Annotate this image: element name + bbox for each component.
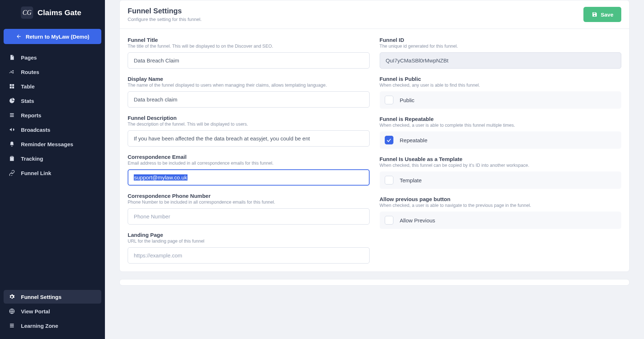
field-help: The unique id generated for this funnel.: [380, 44, 622, 49]
bell-icon: [9, 141, 15, 147]
sidebar-item-funnel-settings[interactable]: Funnel Settings: [4, 290, 101, 304]
field-template: Funnel Is Useable as a Template When che…: [380, 156, 622, 189]
save-button-label: Save: [601, 12, 613, 18]
sidebar-item-funnel-link[interactable]: Funnel Link: [4, 166, 101, 180]
sidebar-item-reports[interactable]: Reports: [4, 108, 101, 122]
sidebar-item-label: Funnel Link: [21, 170, 51, 176]
field-label: Landing Page: [128, 232, 370, 238]
sidebar-item-label: Routes: [21, 69, 39, 75]
sidebar-item-stats[interactable]: Stats: [4, 94, 101, 108]
landing-input[interactable]: [128, 247, 370, 264]
field-label: Allow previous page button: [380, 196, 622, 202]
arrow-left-icon: [16, 33, 22, 40]
return-button-label: Return to MyLaw (Demo): [26, 34, 89, 40]
display-name-input[interactable]: [128, 91, 370, 108]
field-display-name: Display Name The name of the funnel disp…: [128, 76, 370, 108]
field-landing: Landing Page URL for the landing page of…: [128, 232, 370, 264]
field-label: Correspondence Phone Number: [128, 193, 370, 199]
sidebar-item-broadcasts[interactable]: Broadcasts: [4, 123, 101, 136]
sidebar-item-label: Pages: [21, 55, 37, 61]
sidebar-item-reminder-messages[interactable]: Reminder Messages: [4, 137, 101, 151]
app-name: Claims Gate: [38, 8, 81, 17]
allow-previous-checkbox[interactable]: [385, 216, 393, 225]
field-public: Funnel is Public When checked, any user …: [380, 76, 622, 109]
field-help: The name of the funnel displayed to user…: [128, 83, 370, 88]
field-label: Funnel ID: [380, 37, 622, 43]
field-label: Correspondence Email: [128, 154, 370, 160]
return-button[interactable]: Return to MyLaw (Demo): [4, 29, 101, 44]
field-help: When checked, a user is able to complete…: [380, 123, 622, 128]
main-content: Funnel Settings Configure the setting fo…: [105, 0, 644, 339]
field-email: Correspondence Email Email address to be…: [128, 154, 370, 186]
sidebar-item-label: Stats: [21, 98, 34, 104]
sidebar-item-table[interactable]: Table: [4, 79, 101, 93]
field-label: Funnel Title: [128, 37, 370, 43]
logo-mark: CG: [21, 6, 33, 19]
bullhorn-icon: [9, 126, 15, 133]
globe-icon: [9, 308, 15, 314]
description-input[interactable]: [128, 130, 370, 147]
email-value-selected: support@mylaw.co.uk: [134, 174, 188, 181]
template-checkbox[interactable]: [385, 176, 393, 184]
field-phone: Correspondence Phone Number Phone Number…: [128, 193, 370, 225]
phone-input[interactable]: [128, 208, 370, 225]
shuffle-icon: [9, 69, 15, 75]
funnel-title-input[interactable]: [128, 52, 370, 69]
checkbox-label: Allow Previous: [400, 217, 435, 223]
next-card-top: [119, 279, 630, 286]
sidebar-item-label: Reminder Messages: [21, 141, 73, 147]
field-help: Email address to be included in all corr…: [128, 161, 370, 166]
field-help: When checked, any user is able to find t…: [380, 83, 622, 88]
sidebar-item-label: Learning Zone: [21, 323, 58, 329]
sidebar-item-label: Tracking: [21, 156, 43, 162]
list-icon: [9, 112, 15, 118]
field-help: Phone Number to be included in all corre…: [128, 200, 370, 205]
checkbox-label: Repeatable: [400, 137, 428, 143]
field-funnel-title: Funnel Title The title of the funnel. Th…: [128, 37, 370, 69]
sidebar: CG Claims Gate Return to MyLaw (Demo) Pa…: [0, 0, 105, 339]
sidebar-item-label: Table: [21, 83, 35, 90]
sidebar-item-label: View Portal: [21, 308, 50, 314]
clipboard-icon: [9, 155, 15, 162]
field-repeatable: Funnel is Repeatable When checked, a use…: [380, 116, 622, 149]
nav-main: Pages Routes Table Stats Reports Broadca…: [4, 51, 101, 180]
sidebar-item-learning-zone[interactable]: Learning Zone: [4, 319, 101, 333]
field-funnel-id: Funnel ID The unique id generated for th…: [380, 37, 622, 69]
save-button[interactable]: Save: [583, 7, 621, 22]
checkbox-label: Template: [400, 177, 422, 183]
email-input[interactable]: support@mylaw.co.uk: [128, 169, 370, 186]
sidebar-item-label: Funnel Settings: [21, 294, 62, 300]
sidebar-item-tracking[interactable]: Tracking: [4, 152, 101, 165]
sidebar-item-pages[interactable]: Pages: [4, 51, 101, 64]
grid-icon: [9, 83, 15, 90]
list-icon: [9, 322, 15, 329]
field-label: Funnel is Public: [380, 76, 622, 82]
field-help: The title of the funnel. This will be di…: [128, 44, 370, 49]
field-help: The description of the funnel. This will…: [128, 122, 370, 127]
checkbox-label: Public: [400, 97, 415, 103]
field-description: Funnel Description The description of th…: [128, 115, 370, 147]
field-previous: Allow previous page button When checked,…: [380, 196, 622, 229]
field-label: Funnel Is Useable as a Template: [380, 156, 622, 162]
public-checkbox[interactable]: [385, 96, 393, 104]
field-label: Display Name: [128, 76, 370, 82]
page-title: Funnel Settings: [128, 7, 202, 15]
gear-icon: [9, 294, 15, 300]
field-help: URL for the landing page of this funnel: [128, 239, 370, 244]
save-icon: [591, 11, 598, 18]
field-label: Funnel is Repeatable: [380, 116, 622, 122]
funnel-id-input[interactable]: [380, 52, 622, 69]
sidebar-item-label: Reports: [21, 112, 41, 118]
page-subtitle: Configure the setting for this funnel.: [128, 17, 202, 22]
app-logo: CG Claims Gate: [4, 6, 101, 25]
field-label: Funnel Description: [128, 115, 370, 121]
pie-icon: [9, 97, 15, 104]
field-help: When checked, this funnel can be copied …: [380, 163, 622, 168]
field-help: When checked, a user is able to navigate…: [380, 203, 622, 208]
link-icon: [9, 170, 15, 176]
repeatable-checkbox[interactable]: [385, 136, 393, 144]
sidebar-item-view-portal[interactable]: View Portal: [4, 304, 101, 318]
file-icon: [9, 54, 15, 61]
sidebar-item-routes[interactable]: Routes: [4, 65, 101, 79]
settings-card: Funnel Settings Configure the setting fo…: [119, 0, 630, 272]
